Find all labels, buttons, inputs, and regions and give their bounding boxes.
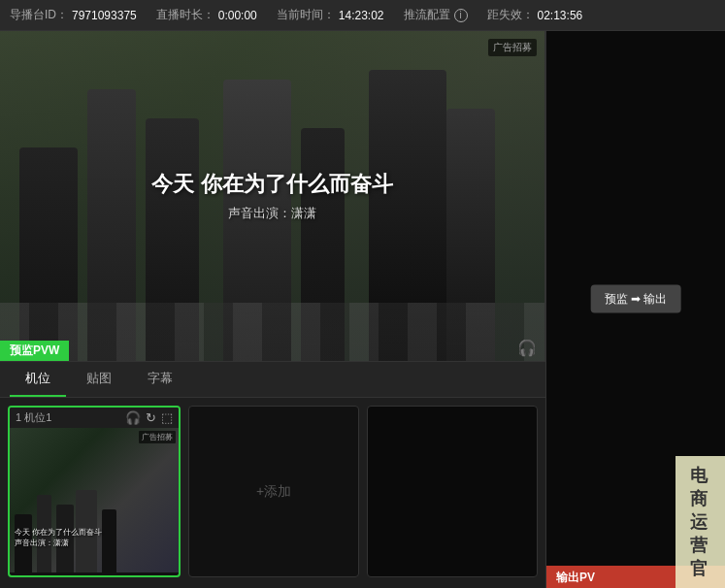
- info-icon[interactable]: i: [454, 9, 468, 22]
- pvw-container: 广告招募 今天 你在为了什么而奋斗 声音出演：潇潇 预监PVW 🎧: [0, 31, 545, 361]
- stream-config-item[interactable]: 推流配置 i: [404, 7, 468, 23]
- camera-grid: 1 机位1 🎧 ↻ ⬚: [0, 398, 545, 585]
- add-camera-label: +添加: [256, 483, 291, 501]
- pvw-sub-title: 声音出演：潇潇: [151, 205, 392, 222]
- current-time-item: 当前时间： 14:23:02: [277, 7, 384, 23]
- watermark: 电 商 运 营 官: [676, 456, 725, 588]
- empty-card: [367, 406, 538, 577]
- video-overlay: 今天 你在为了什么而奋斗 声音出演：潇潇: [151, 170, 392, 222]
- pvw-video: 广告招募 今天 你在为了什么而奋斗 声音出演：潇潇: [0, 31, 544, 361]
- camera-1-audio-icon[interactable]: 🎧: [125, 410, 141, 425]
- cam-overlay-text: 今天 你在为了什么而奋斗 声音出演：潇潇: [15, 527, 102, 548]
- cam-ad-badge: 广告招募: [139, 431, 176, 443]
- tab-bar: 机位 贴图 字幕: [0, 362, 545, 398]
- audio-icon: 🎧: [517, 339, 537, 357]
- studio-id-label: 导播台ID：: [10, 7, 68, 23]
- studio-id-item: 导播台ID： 7971093375: [10, 7, 137, 23]
- camera-card-1[interactable]: 1 机位1 🎧 ↻ ⬚: [8, 406, 181, 577]
- live-duration-label: 直播时长：: [156, 7, 214, 23]
- bottom-section: 机位 贴图 字幕 1 机位1 🎧 ↻ ⬚: [0, 361, 545, 588]
- camera-1-id: 1 机位1: [16, 410, 51, 425]
- time-lag-label: 距失效：: [487, 7, 534, 23]
- main-area: 广告招募 今天 你在为了什么而奋斗 声音出演：潇潇 预监PVW 🎧 机位 贴图 …: [0, 31, 725, 588]
- cam-sub-text: 声音出演：潇潇: [15, 538, 102, 548]
- tab-subtitle[interactable]: 字幕: [132, 362, 188, 397]
- add-camera-card[interactable]: +添加: [188, 406, 359, 577]
- time-lag-value: 02:13:56: [538, 9, 583, 22]
- tab-sticker[interactable]: 贴图: [71, 362, 127, 397]
- camera-1-preview: 广告招募 今天 你在为了什么而奋斗 声音出演：潇潇: [10, 428, 179, 572]
- status-bar: 导播台ID： 7971093375 直播时长： 0:00:00 当前时间： 14…: [0, 0, 725, 31]
- camera-1-video: 广告招募 今天 你在为了什么而奋斗 声音出演：潇潇: [10, 428, 179, 572]
- cam-sil-5: [102, 509, 116, 572]
- time-lag-item: 距失效： 02:13:56: [487, 7, 583, 23]
- stream-config-label: 推流配置: [404, 7, 450, 23]
- preview-area: 广告招募 今天 你在为了什么而奋斗 声音出演：潇潇 预监PVW 🎧: [0, 31, 545, 361]
- cam-main-text: 今天 你在为了什么而奋斗: [15, 527, 102, 538]
- current-time-label: 当前时间：: [277, 7, 335, 23]
- camera-1-header: 1 机位1 🎧 ↻ ⬚: [10, 408, 179, 428]
- camera-1-icons: 🎧 ↻ ⬚: [125, 410, 173, 425]
- current-time-value: 14:23:02: [339, 9, 384, 22]
- live-duration-item: 直播时长： 0:00:00: [156, 7, 257, 23]
- pvw-label: 预监PVW: [0, 341, 69, 361]
- studio-id-value: 7971093375: [72, 9, 137, 22]
- crosswalk: [0, 303, 544, 361]
- pvw-main-title: 今天 你在为了什么而奋斗: [151, 170, 392, 199]
- camera-1-expand-icon[interactable]: ⬚: [161, 410, 173, 425]
- camera-1-refresh-icon[interactable]: ↻: [146, 410, 156, 425]
- tab-camera[interactable]: 机位: [10, 362, 66, 397]
- ad-badge: 广告招募: [488, 39, 537, 56]
- preview-output-button[interactable]: 预监 ➡ 输出: [591, 284, 681, 312]
- left-panel: 广告招募 今天 你在为了什么而奋斗 声音出演：潇潇 预监PVW 🎧 机位 贴图 …: [0, 31, 545, 588]
- live-duration-value: 0:00:00: [218, 9, 257, 22]
